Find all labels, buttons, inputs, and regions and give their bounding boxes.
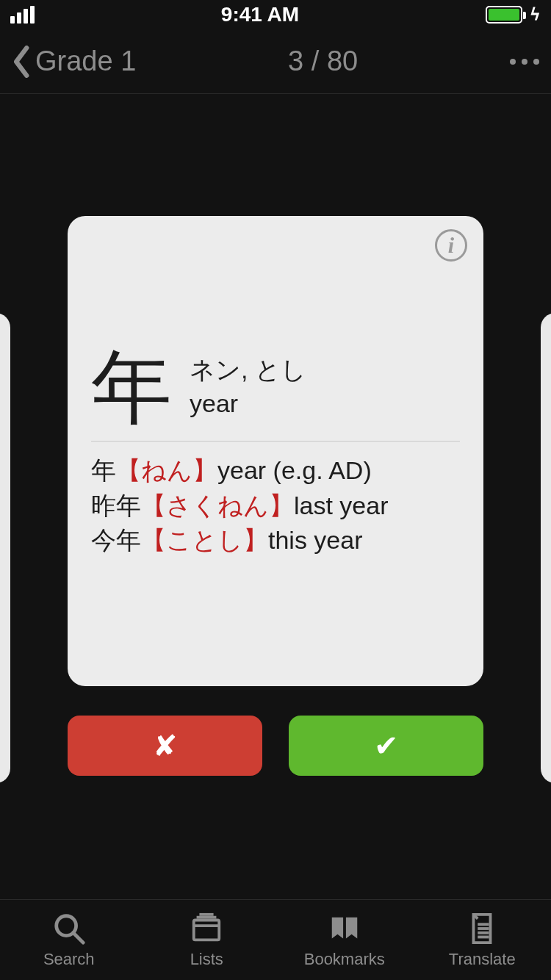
info-button[interactable]: i — [435, 229, 467, 262]
tab-label: Search — [43, 950, 95, 969]
reading-line: ネン, とし — [190, 353, 306, 387]
info-icon: i — [448, 233, 454, 258]
tab-translate[interactable]: Translate — [423, 912, 541, 969]
chevron-left-icon — [12, 46, 32, 78]
tab-lists[interactable]: Lists — [148, 912, 265, 969]
example-row: 年【ねん】year (e.g. AD) — [91, 453, 460, 489]
kanji-character: 年 — [91, 347, 172, 428]
kanji-readings: ネン, とし year — [190, 353, 306, 421]
progress-counter: 3 / 80 — [288, 46, 358, 77]
signal-strength — [10, 6, 35, 24]
tab-bar: Search Lists Bookmarks Translate — [0, 899, 551, 980]
example-row: 今年【ことし】this year — [91, 523, 460, 558]
cross-icon: ✘ — [153, 729, 178, 763]
back-label: Grade 1 — [35, 46, 136, 77]
correct-button[interactable]: ✔ — [289, 716, 483, 776]
status-bar: 9:41 AM ϟ — [0, 0, 551, 29]
wrong-button[interactable]: ✘ — [68, 716, 262, 776]
more-button[interactable] — [510, 59, 539, 65]
back-button[interactable]: Grade 1 — [12, 46, 136, 78]
svg-line-1 — [73, 932, 83, 942]
status-time: 9:41 AM — [221, 3, 299, 26]
example-row: 昨年【さくねん】last year — [91, 489, 460, 524]
answer-buttons: ✘ ✔ — [68, 716, 483, 776]
lists-icon — [190, 912, 223, 945]
svg-rect-2 — [194, 920, 220, 940]
kanji-header: 年 ネン, とし year — [91, 347, 460, 428]
charging-icon: ϟ — [530, 5, 541, 24]
flashcard[interactable]: i 年 ネン, とし year 年【ねん】year (e.g. AD) 昨年【さ… — [68, 216, 483, 686]
battery-icon — [486, 6, 522, 24]
card-divider — [91, 441, 460, 442]
example-list: 年【ねん】year (e.g. AD) 昨年【さくねん】last year 今年… — [91, 453, 460, 558]
translate-icon — [465, 912, 499, 945]
search-icon — [52, 912, 86, 945]
tab-search[interactable]: Search — [10, 912, 128, 969]
flashcard-area: i 年 ネン, とし year 年【ねん】year (e.g. AD) 昨年【さ… — [0, 94, 551, 899]
tab-label: Translate — [449, 950, 516, 969]
tab-label: Lists — [190, 950, 223, 969]
signal-icon — [10, 6, 35, 24]
meaning-line: year — [190, 387, 306, 421]
bookmarks-icon — [328, 912, 361, 945]
nav-bar: Grade 1 3 / 80 — [0, 29, 551, 94]
battery-status: ϟ — [486, 5, 541, 24]
ellipsis-icon — [510, 59, 516, 65]
tab-bookmarks[interactable]: Bookmarks — [286, 912, 403, 969]
tab-label: Bookmarks — [304, 950, 385, 969]
check-icon: ✔ — [374, 729, 399, 763]
